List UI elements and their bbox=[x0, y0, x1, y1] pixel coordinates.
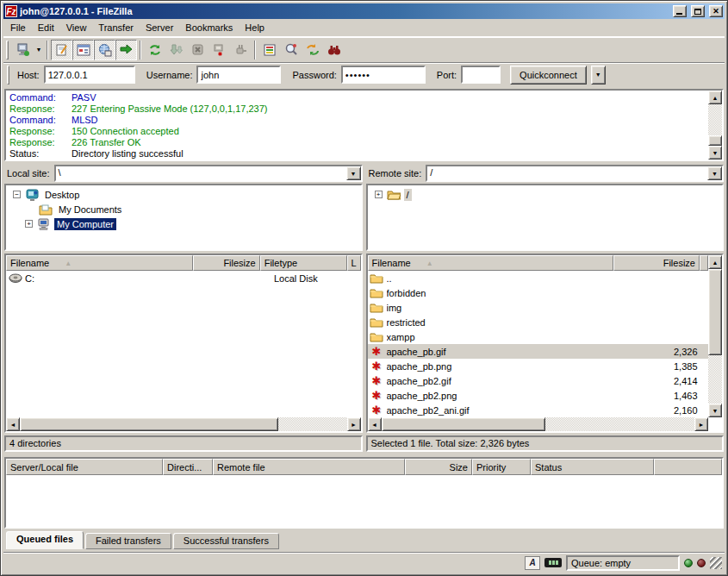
site-manager-button[interactable] bbox=[12, 40, 34, 60]
menu-view[interactable]: View bbox=[60, 20, 93, 35]
column-filename[interactable]: Filename▲ bbox=[6, 255, 193, 271]
file-row-selected[interactable]: ✱apache_pb.gif2,326 bbox=[368, 344, 709, 359]
menu-bookmarks[interactable]: Bookmarks bbox=[179, 20, 239, 35]
scroll-down-button[interactable]: ▼ bbox=[708, 404, 722, 417]
file-row[interactable]: ✱apache_pb2.gif2,414 bbox=[368, 373, 709, 388]
column-last-modified[interactable]: L bbox=[347, 255, 361, 271]
scroll-thumb[interactable] bbox=[708, 135, 722, 146]
transfer-type-ascii-icon[interactable]: A bbox=[525, 556, 540, 570]
file-row[interactable]: ✱apache_pb.png1,385 bbox=[368, 359, 709, 373]
scroll-left-button[interactable]: ◄ bbox=[6, 417, 20, 431]
file-row[interactable]: restricted bbox=[368, 315, 709, 329]
expand-icon[interactable]: + bbox=[25, 220, 33, 228]
tree-label[interactable]: / bbox=[404, 189, 412, 201]
window-resize-grip[interactable] bbox=[710, 557, 722, 569]
quickconnect-dropdown[interactable]: ▼ bbox=[591, 66, 606, 85]
toggle-queue-button[interactable] bbox=[115, 40, 137, 60]
tree-item-root[interactable]: + / bbox=[368, 187, 723, 202]
column-remote-file[interactable]: Remote file bbox=[213, 459, 405, 475]
username-input[interactable] bbox=[196, 66, 281, 84]
local-horizontal-scrollbar[interactable]: ◄ ► bbox=[6, 417, 361, 431]
file-row[interactable]: .. bbox=[368, 271, 709, 285]
tab-successful-transfers[interactable]: Successful transfers bbox=[173, 533, 279, 549]
column-size[interactable]: Size bbox=[405, 459, 472, 475]
directory-comparison-button[interactable] bbox=[280, 40, 302, 60]
scroll-track[interactable] bbox=[708, 104, 722, 135]
synchronized-browsing-button[interactable] bbox=[302, 40, 323, 60]
scroll-up-button[interactable]: ▲ bbox=[708, 91, 722, 104]
menu-server[interactable]: Server bbox=[140, 20, 179, 35]
port-input[interactable] bbox=[461, 66, 501, 84]
column-filetype[interactable]: Filetype bbox=[260, 255, 347, 271]
remote-site-combobox[interactable]: / ▼ bbox=[426, 165, 724, 182]
disconnect-button[interactable] bbox=[208, 40, 230, 60]
remote-site-dropdown[interactable]: ▼ bbox=[707, 166, 722, 180]
tab-queued-files[interactable]: Queued files bbox=[6, 531, 84, 549]
file-row[interactable]: img bbox=[368, 300, 709, 315]
cancel-button[interactable] bbox=[187, 40, 208, 60]
menu-transfer[interactable]: Transfer bbox=[92, 20, 140, 35]
toolbar-grip[interactable] bbox=[6, 41, 9, 59]
scroll-thumb[interactable] bbox=[20, 417, 278, 431]
column-filesize[interactable]: Filesize bbox=[613, 255, 700, 271]
quickconnect-grip[interactable] bbox=[7, 66, 9, 85]
site-manager-dropdown[interactable]: ▼ bbox=[34, 40, 44, 60]
password-input[interactable] bbox=[341, 66, 426, 84]
column-status[interactable]: Status bbox=[531, 459, 654, 475]
expand-icon[interactable]: + bbox=[375, 191, 383, 198]
minimize-button[interactable] bbox=[673, 5, 687, 17]
scroll-track[interactable] bbox=[708, 355, 722, 404]
scroll-up-button[interactable]: ▲ bbox=[708, 255, 722, 269]
log-scrollbar[interactable]: ▲ ▼ bbox=[708, 91, 722, 160]
transfer-queue: Server/Local file Directi... Remote file… bbox=[4, 457, 724, 529]
reconnect-button[interactable] bbox=[230, 40, 252, 60]
remote-site-value[interactable]: / bbox=[427, 166, 707, 180]
tab-failed-transfers[interactable]: Failed transfers bbox=[85, 533, 171, 549]
scroll-thumb[interactable] bbox=[382, 417, 545, 431]
tree-item-my-documents[interactable]: My Documents bbox=[6, 202, 361, 216]
tree-item-my-computer[interactable]: + My Computer bbox=[6, 216, 361, 231]
menu-edit[interactable]: Edit bbox=[32, 20, 60, 35]
tree-label[interactable]: Desktop bbox=[42, 189, 82, 201]
column-filesize[interactable]: Filesize bbox=[193, 255, 260, 271]
maximize-button[interactable] bbox=[691, 5, 705, 17]
scroll-right-button[interactable]: ► bbox=[347, 417, 361, 431]
column-direction[interactable]: Directi... bbox=[163, 459, 213, 475]
scroll-track[interactable] bbox=[278, 417, 347, 431]
scroll-thumb[interactable] bbox=[708, 269, 722, 355]
file-row[interactable]: ✱apache_pb2.png1,463 bbox=[368, 388, 709, 403]
toggle-remote-tree-button[interactable] bbox=[94, 40, 115, 60]
speed-limits-icon[interactable] bbox=[544, 558, 562, 567]
host-input[interactable] bbox=[44, 66, 135, 84]
scroll-left-button[interactable]: ◄ bbox=[368, 417, 382, 431]
menu-file[interactable]: File bbox=[4, 20, 32, 35]
collapse-icon[interactable]: − bbox=[13, 191, 21, 198]
filter-button[interactable] bbox=[258, 40, 280, 60]
tree-label[interactable]: My Documents bbox=[56, 203, 124, 216]
remote-horizontal-scrollbar[interactable]: ◄ ► bbox=[368, 417, 709, 431]
close-button[interactable]: ✕ bbox=[709, 5, 723, 17]
column-filename[interactable]: Filename▲ bbox=[368, 255, 613, 271]
tree-item-desktop[interactable]: − Desktop bbox=[6, 187, 361, 202]
scroll-track[interactable] bbox=[545, 417, 695, 431]
file-row[interactable]: forbidden bbox=[368, 285, 709, 300]
scroll-right-button[interactable]: ► bbox=[694, 417, 708, 431]
toggle-local-tree-button[interactable] bbox=[72, 40, 94, 60]
file-row-drive-c[interactable]: C: Local Disk bbox=[6, 271, 361, 285]
file-row[interactable]: xampp bbox=[368, 329, 709, 344]
local-site-combobox[interactable]: \ ▼ bbox=[54, 165, 363, 182]
scroll-down-button[interactable]: ▼ bbox=[708, 146, 722, 160]
column-server-local-file[interactable]: Server/Local file bbox=[6, 459, 163, 475]
refresh-button[interactable] bbox=[144, 40, 165, 60]
tree-label-selected[interactable]: My Computer bbox=[54, 218, 116, 230]
column-priority[interactable]: Priority bbox=[472, 459, 531, 475]
local-site-dropdown[interactable]: ▼ bbox=[346, 166, 361, 180]
local-site-value[interactable]: \ bbox=[56, 166, 346, 180]
process-queue-button[interactable] bbox=[165, 40, 187, 60]
toggle-message-log-button[interactable] bbox=[51, 40, 72, 60]
file-row[interactable]: ✱apache_pb2_ani.gif2,160 bbox=[368, 403, 709, 417]
remote-vertical-scrollbar[interactable]: ▲ ▼ bbox=[708, 255, 722, 417]
find-files-button[interactable] bbox=[323, 40, 345, 60]
menu-help[interactable]: Help bbox=[239, 20, 271, 35]
quickconnect-button[interactable]: Quickconnect bbox=[510, 66, 587, 85]
